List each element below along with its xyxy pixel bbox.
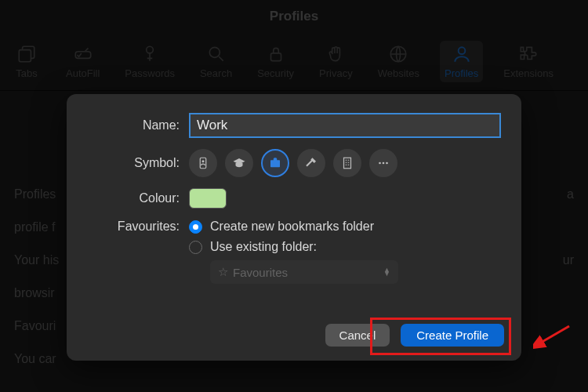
svg-point-12 (386, 162, 388, 165)
create-profile-sheet: Name: Symbol: Colour: (67, 94, 521, 361)
more-icon (376, 156, 390, 170)
radio-create-new-folder-label: Create new bookmarks folder (210, 220, 374, 234)
graduation-icon (232, 156, 246, 170)
symbol-option-building[interactable] (333, 149, 361, 177)
create-profile-button[interactable]: Create Profile (401, 324, 504, 347)
radio-create-new-folder[interactable] (189, 220, 202, 234)
favourites-label: Favourites: (87, 220, 189, 234)
name-label: Name: (87, 118, 189, 132)
symbol-option-graduation[interactable] (225, 149, 253, 177)
chevron-updown-icon: ▲▼ (383, 268, 390, 276)
symbol-option-hammer[interactable] (297, 149, 325, 177)
briefcase-icon (268, 156, 282, 170)
colour-swatch[interactable] (189, 188, 227, 209)
favourites-folder-select[interactable]: ☆ Favourites ▲▼ (210, 260, 398, 284)
radio-use-existing-folder[interactable] (189, 241, 202, 254)
symbol-option-briefcase[interactable] (261, 149, 289, 177)
svg-rect-9 (344, 158, 351, 169)
colour-label: Colour: (87, 191, 189, 205)
svg-point-10 (379, 162, 381, 165)
star-icon: ☆ (218, 265, 228, 279)
favourites-folder-value: Favourites (233, 266, 288, 279)
svg-point-11 (383, 162, 385, 165)
radio-use-existing-folder-label: Use existing folder: (210, 240, 317, 254)
profile-name-input[interactable] (189, 113, 501, 138)
id-card-icon (196, 156, 210, 170)
svg-point-8 (202, 160, 205, 162)
hammer-icon (304, 156, 318, 170)
symbol-option-id-card[interactable] (189, 149, 217, 177)
cancel-button[interactable]: Cancel (325, 324, 390, 347)
symbol-label: Symbol: (87, 156, 189, 170)
building-icon (340, 156, 354, 170)
svg-rect-7 (200, 158, 206, 169)
symbol-option-more[interactable] (369, 149, 397, 177)
